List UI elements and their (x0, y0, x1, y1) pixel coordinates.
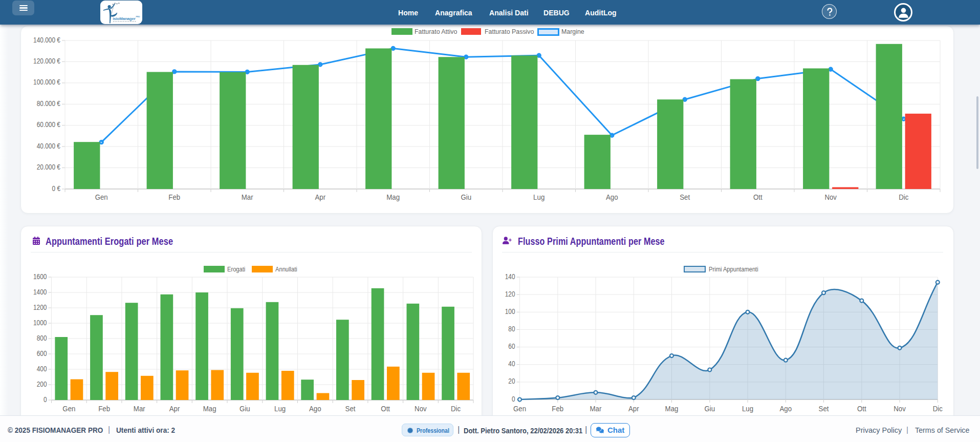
svg-text:PRO: PRO (136, 16, 140, 18)
svg-text:Nov: Nov (894, 405, 906, 413)
svg-text:Apr: Apr (315, 193, 325, 201)
svg-text:800: 800 (37, 334, 47, 342)
svg-text:100.000 €: 100.000 € (33, 78, 60, 86)
svg-text:isioManager: isioManager (113, 16, 135, 21)
svg-text:80: 80 (508, 325, 515, 333)
svg-text:Lug: Lug (742, 405, 753, 413)
svg-text:Dic: Dic (933, 405, 943, 413)
svg-text:140.000 €: 140.000 € (33, 36, 60, 44)
svg-text:120: 120 (505, 290, 515, 298)
svg-text:Apr: Apr (628, 405, 639, 413)
svg-text:Feb: Feb (552, 405, 563, 413)
svg-text:400: 400 (37, 365, 47, 373)
svg-text:100: 100 (505, 307, 515, 315)
svg-text:Mag: Mag (665, 405, 679, 413)
svg-text:Feb: Feb (98, 405, 110, 413)
svg-text:0 €: 0 € (52, 184, 61, 193)
svg-text:140: 140 (505, 272, 515, 281)
svg-text:0: 0 (43, 395, 47, 404)
svg-text:600: 600 (37, 349, 47, 357)
svg-text:Mag: Mag (203, 405, 216, 413)
svg-text:120.000 €: 120.000 € (33, 57, 60, 65)
svg-text:Set: Set (345, 405, 356, 413)
svg-text:Ott: Ott (753, 193, 763, 201)
svg-text:Ott: Ott (857, 405, 866, 413)
svg-text:Mar: Mar (134, 405, 145, 413)
svg-text:1200: 1200 (33, 303, 47, 311)
svg-text:Ago: Ago (606, 193, 618, 201)
svg-text:Ago: Ago (309, 405, 321, 413)
svg-text:20.000 €: 20.000 € (37, 163, 60, 171)
svg-text:Nov: Nov (824, 193, 837, 201)
svg-text:Dic: Dic (451, 405, 461, 413)
svg-text:Feb: Feb (168, 193, 180, 201)
svg-text:Mag: Mag (386, 193, 400, 201)
svg-text:40.000 €: 40.000 € (37, 142, 60, 150)
svg-text:Mar: Mar (242, 193, 253, 201)
svg-text:Giu: Giu (704, 405, 715, 413)
svg-text:40: 40 (508, 360, 515, 368)
svg-text:Dic: Dic (899, 193, 908, 201)
svg-text:1000: 1000 (33, 319, 47, 327)
svg-text:Nov: Nov (415, 405, 427, 413)
svg-text:60: 60 (508, 342, 515, 350)
svg-text:1400: 1400 (33, 288, 47, 296)
svg-text:Mar: Mar (590, 405, 602, 413)
svg-text:Gen: Gen (95, 193, 108, 201)
svg-text:0: 0 (512, 395, 515, 403)
svg-text:20: 20 (508, 377, 515, 385)
svg-text:Lug: Lug (274, 405, 286, 413)
svg-text:200: 200 (37, 380, 47, 388)
svg-text:Lug: Lug (533, 193, 545, 201)
svg-text:Set: Set (680, 193, 690, 201)
svg-text:Giu: Giu (239, 405, 250, 413)
svg-text:Ago: Ago (779, 405, 792, 413)
svg-text:80.000 €: 80.000 € (37, 99, 60, 108)
svg-text:Gen: Gen (62, 405, 75, 413)
svg-text:1600: 1600 (33, 272, 47, 281)
svg-text:60.000 €: 60.000 € (37, 120, 60, 129)
svg-text:Giu: Giu (461, 193, 471, 201)
svg-text:Set: Set (819, 405, 829, 413)
svg-text:Gen: Gen (513, 405, 526, 413)
svg-text:Ott: Ott (381, 405, 390, 413)
svg-text:Apr: Apr (169, 405, 180, 413)
